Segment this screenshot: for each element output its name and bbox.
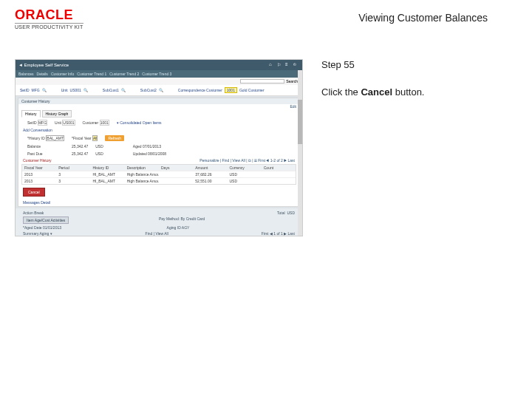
history-grid: Fiscal Year Period History ID Descriptio… <box>21 164 296 185</box>
fiscal-label: *Fiscal Year <box>72 136 91 140</box>
paginator[interactable]: First ◀ 1 of 1 ▶ Last <box>262 231 295 236</box>
lookup-icon[interactable]: 🔍 <box>121 88 126 92</box>
col-period[interactable]: Period <box>56 165 90 171</box>
menu-icon[interactable]: ≡ <box>285 62 291 68</box>
unit2-value[interactable]: US001 <box>62 120 75 126</box>
cell: High Balance Amount <box>125 178 159 184</box>
menu-item[interactable]: Customer Trend 1 <box>77 72 106 76</box>
search-button[interactable]: Search <box>286 79 298 83</box>
lookup-icon[interactable]: 🔍 <box>83 88 88 92</box>
logout-icon[interactable]: ⎋ <box>293 62 299 68</box>
balance-cur: USD <box>95 144 103 149</box>
logo-block: ORACLE USER PRODUCTIVITY KIT <box>15 7 83 30</box>
find-viewall[interactable]: Find | View All <box>146 231 168 236</box>
instruction-panel: Step 55 Click the Cancel button. <box>321 59 491 236</box>
messages-detail-link[interactable]: Messages Detail <box>18 199 299 206</box>
scrollbar[interactable] <box>298 70 302 236</box>
menu-item[interactable]: Customer Trend 2 <box>109 72 139 76</box>
table-row: 2013 3 HI_BAL_AMT High Balance Amount 52… <box>22 177 296 184</box>
grid-toolbar[interactable]: Personalize | Find | View All | ⧉ | ▦ Fi… <box>200 158 299 163</box>
cell: HI_BAL_AMT <box>91 178 125 184</box>
col-days[interactable]: Days <box>159 165 193 171</box>
cell: 2013 <box>22 178 56 184</box>
instruction-prefix: Click the <box>321 86 361 98</box>
total-cur: USD <box>287 211 295 215</box>
col-amount[interactable]: Amount <box>193 165 227 171</box>
brand-logo: ORACLE <box>15 7 83 23</box>
menu-item[interactable]: Customer Info <box>51 72 74 76</box>
col-fiscal-year[interactable]: Fiscal Year <box>22 165 56 171</box>
balance-value: 25,342.47 <box>72 144 88 149</box>
add-conversation-link[interactable]: Add Conversation <box>18 126 299 134</box>
updated-label: Updated <box>133 151 147 156</box>
aged-date: *Aged Date 01/01/2013 <box>23 225 61 230</box>
home-icon[interactable]: ⌂ <box>269 62 275 68</box>
unit-value: US001 <box>70 88 81 92</box>
col-description[interactable]: Description <box>125 165 159 171</box>
cell <box>262 171 296 177</box>
cell: 37,682.26 <box>193 171 227 177</box>
unit-label: Unit <box>61 88 68 92</box>
aged-value: 07/01/2013 <box>143 144 161 149</box>
cell: 3 <box>56 178 90 184</box>
cell: 2013 <box>22 171 56 177</box>
menu-item[interactable]: Customer Trend 3 <box>142 72 171 76</box>
cell <box>262 178 296 184</box>
fiscal-select[interactable]: All <box>92 135 98 141</box>
customer-history-title: Customer History <box>18 157 56 163</box>
refresh-button[interactable]: Refresh <box>105 135 124 141</box>
consolidated-link[interactable]: Consolidated Open Items <box>120 120 161 125</box>
grid-header: Fiscal Year Period History ID Descriptio… <box>22 165 296 171</box>
subcust2-label: SubCust2 <box>140 88 157 92</box>
menu-item[interactable]: Balances <box>18 72 34 76</box>
setid2-value[interactable]: MFG <box>38 120 47 126</box>
table-row: 2013 3 HI_BAL_AMT High Balance Amount 37… <box>22 171 296 177</box>
balance-label: Balance <box>27 144 41 149</box>
app-menubar: Balances Details Customer Info Customer … <box>16 70 302 78</box>
subcust1-label: SubCust1 <box>103 88 119 92</box>
histid-label: *History ID <box>27 136 45 140</box>
app-titlebar: ◄ Employee Self Service ⌂ ⚐ ≡ ⎋ <box>16 60 302 70</box>
aged-label: Aged <box>133 144 142 149</box>
setid2-label: SetID <box>27 120 37 125</box>
unit2-label: Unit <box>55 120 61 125</box>
aging-id: Aging ID AGY <box>167 225 190 230</box>
col-history-id[interactable]: History ID <box>91 165 125 171</box>
cell <box>159 171 193 177</box>
lookup-icon[interactable]: 🔍 <box>42 88 47 92</box>
panel-title: Customer History <box>18 98 299 104</box>
customer-label: Customer <box>83 120 99 125</box>
summary-aging[interactable]: Summary Aging ▾ <box>23 231 52 236</box>
cell: High Balance Amount <box>125 171 159 177</box>
cell: HI_BAL_AMT <box>91 171 125 177</box>
col-count[interactable]: Count <box>262 165 296 171</box>
item-age-button[interactable]: Item Age/Cust Activities <box>23 216 69 224</box>
step-instruction: Click the Cancel button. <box>321 86 491 98</box>
col-currency[interactable]: Currency <box>228 165 262 171</box>
pay-method: Pay Method: By Credit Card <box>159 216 205 224</box>
search-row: Search <box>16 78 302 85</box>
cancel-button[interactable]: Cancel <box>23 188 45 197</box>
customer-value[interactable]: 1001 <box>100 120 109 126</box>
flag-icon[interactable]: ⚐ <box>277 62 283 68</box>
id-row: SetID MFG 🔍 Unit US001 🔍 SubCust1 🔍 SubC… <box>16 85 302 96</box>
cell: USD <box>228 178 262 184</box>
corr-value[interactable]: 1001 <box>225 87 237 93</box>
setid-value: MFG <box>32 88 40 92</box>
tab-history[interactable]: History <box>21 110 41 117</box>
scrollbar-thumb[interactable] <box>298 100 302 144</box>
brand-subtitle: USER PRODUCTIVITY KIT <box>15 23 83 30</box>
pastdue-value: 25,342.47 <box>72 151 88 156</box>
step-number: Step 55 <box>321 59 491 70</box>
expand-icon[interactable]: ▾ <box>117 120 119 125</box>
histid-select[interactable]: BAL_AMT <box>46 135 64 141</box>
cell: 52,551.00 <box>193 178 227 184</box>
corr-label: Correspondence Customer <box>178 88 222 92</box>
app-screenshot: ◄ Employee Self Service ⌂ ⚐ ≡ ⎋ Balances… <box>15 59 303 236</box>
tab-history-graph[interactable]: History Graph <box>42 110 72 117</box>
lookup-icon[interactable]: 🔍 <box>159 88 163 92</box>
menu-item[interactable]: Details <box>37 72 48 76</box>
search-input[interactable] <box>240 79 284 83</box>
corr-name: Gold Customer <box>239 88 265 92</box>
updated-value: 08/01/2008 <box>148 151 166 156</box>
